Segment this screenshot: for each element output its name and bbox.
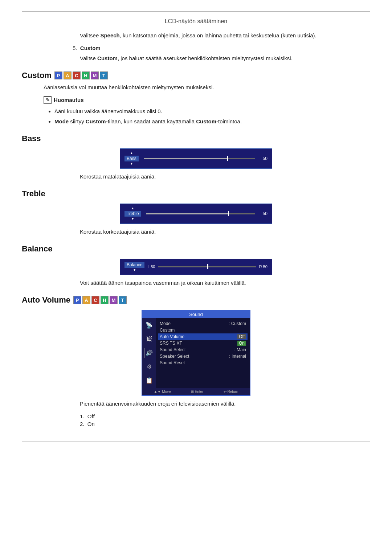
osd-footer-enter: ⊞ Enter xyxy=(191,390,204,394)
bullet-item-1: Ääni kuuluu vaikka äänenvoimakkuus olisi… xyxy=(54,107,370,116)
balance-heading-text: Balance xyxy=(22,244,52,254)
badge-H: H xyxy=(82,71,90,79)
osd-sound-select-value: : Main xyxy=(234,347,246,352)
osd-mode-value: : Custom xyxy=(229,321,246,326)
bass-up-arrow: ▲ xyxy=(130,152,133,155)
bass-section-heading: Bass xyxy=(22,134,370,143)
osd-mode-label: Mode xyxy=(160,321,171,326)
custom-bullet-list: Ääni kuuluu vaikka äänenvoimakkuus olisi… xyxy=(54,107,370,126)
custom-heading-text: Custom xyxy=(22,71,52,80)
osd-footer-return: ↩ Return xyxy=(224,390,238,394)
balance-label-col: Balance ▼ xyxy=(124,262,144,272)
osd-icons: 📡 🖼 🔊 ⚙ 📋 xyxy=(142,318,156,388)
osd-speaker-select-label: Speaker Select xyxy=(160,354,189,359)
osd-row-sound-reset: Sound Reset xyxy=(160,360,246,366)
speech-intro: Valitsee Speech, kun katsotaan ohjelmia,… xyxy=(80,31,370,40)
osd-row-srs: SRS TS XT On xyxy=(160,340,246,346)
av-badge-A: A xyxy=(82,296,90,304)
osd-srs-label: SRS TS XT xyxy=(160,341,182,346)
osd-sidebar: 📡 🖼 🔊 ⚙ 📋 Mode : Custom Custom xyxy=(142,318,250,388)
balance-inner: Balance ▼ L 50 R 50 xyxy=(124,262,268,272)
bass-label-col: ▲ Bass ▼ xyxy=(124,152,139,165)
osd-srs-value: On xyxy=(237,341,246,346)
badge-A: A xyxy=(64,71,72,79)
treble-up-arrows: ▲ xyxy=(131,207,134,210)
balance-thumb xyxy=(207,264,208,269)
treble-down-arrows: ▼ xyxy=(131,217,134,221)
item-5-label: Custom xyxy=(80,45,101,51)
badge-C: C xyxy=(73,71,81,79)
osd-footer-move: ▲▼ Move xyxy=(154,390,171,394)
balance-slider-box: Balance ▼ L 50 R 50 xyxy=(120,259,272,275)
treble-slider-inner: ▲ Treble ▼ 50 xyxy=(124,207,268,221)
bass-slider-box: ▲ Bass ▼ 50 xyxy=(120,148,272,169)
osd-row-mode: Mode : Custom xyxy=(160,320,246,327)
av-badge-P: P xyxy=(73,296,81,304)
note-label: Huomautus xyxy=(54,96,84,105)
treble-heading-text: Treble xyxy=(22,189,45,198)
custom-intro-text: Valitse Custom, jos haluat säätää asetuk… xyxy=(80,54,370,63)
av-badge-C: C xyxy=(91,296,99,304)
page-container: LCD-näytön säätäminen Valitsee Speech, k… xyxy=(0,0,392,464)
auto-volume-desc: Pienentää äänenvoimakkuuden eroja eri te… xyxy=(80,399,370,408)
av-option-1-num: 1. xyxy=(80,413,85,419)
note-box: ✎ Huomautus xyxy=(44,96,370,105)
auto-volume-heading-text: Auto Volume xyxy=(22,295,70,305)
badge-M: M xyxy=(91,71,99,79)
av-badge-H: H xyxy=(101,296,109,304)
av-option-2-num: 2. xyxy=(80,421,85,427)
treble-slider-box: ▲ Treble ▼ 50 xyxy=(120,204,272,224)
treble-slider-widget: ▲ Treble ▼ 50 xyxy=(22,204,370,224)
av-option-1-label: Off xyxy=(87,413,95,419)
treble-section-heading: Treble xyxy=(22,189,370,198)
balance-right-label: R 50 xyxy=(259,264,268,269)
custom-desc: Ääniasetuksia voi muuttaa henkilökohtais… xyxy=(44,83,370,92)
bass-slider-thumb xyxy=(227,156,228,161)
balance-track[interactable] xyxy=(158,266,256,267)
osd-row-speaker-select: Speaker Select : Internal xyxy=(160,353,246,360)
custom-section-heading: Custom P A C H M T xyxy=(22,71,370,80)
top-border xyxy=(22,11,370,12)
auto-volume-badges: P A C H M T xyxy=(73,296,127,304)
numbered-item-5: 5. Custom xyxy=(73,45,370,51)
osd-icon-sound: 🔊 xyxy=(144,348,154,358)
osd-auto-volume-label: Auto Volume xyxy=(160,334,184,339)
osd-speaker-select-value: : Internal xyxy=(229,354,246,359)
av-badge-M: M xyxy=(110,296,118,304)
item-5-number: 5. xyxy=(73,45,77,51)
auto-volume-section-heading: Auto Volume P A C H M T xyxy=(22,295,370,305)
osd-icon-picture: 🖼 xyxy=(144,334,154,344)
osd-row-auto-volume: Auto Volume Off xyxy=(158,333,248,340)
custom-section-body: Ääniasetuksia voi muuttaa henkilökohtais… xyxy=(44,83,370,126)
balance-left-label: L 50 xyxy=(147,264,155,269)
bullet-item-2: Mode siirtyy Custom-tilaan, kun säädät ä… xyxy=(54,117,370,126)
bass-down-arrow: ▼ xyxy=(130,162,133,165)
badge-P: P xyxy=(54,71,62,79)
bass-heading-text: Bass xyxy=(22,134,41,143)
bass-slider-inner: ▲ Bass ▼ 50 xyxy=(124,152,268,165)
bass-slider-track[interactable] xyxy=(144,158,255,159)
treble-up-arrow: ▲ xyxy=(131,207,134,210)
osd-title-bar: Sound xyxy=(142,311,250,318)
page-title: LCD-näytön säätäminen xyxy=(22,18,370,25)
bass-down-arrows: ▼ xyxy=(130,162,133,165)
bass-slider-widget: ▲ Bass ▼ 50 xyxy=(22,148,370,169)
treble-slider-track[interactable] xyxy=(146,213,255,214)
bass-arrows: ▲ xyxy=(130,152,133,155)
osd-auto-volume-value-off: Off xyxy=(237,334,246,339)
bass-track-filled xyxy=(144,158,227,159)
note-icon: ✎ xyxy=(44,96,52,104)
balance-section-heading: Balance xyxy=(22,244,370,254)
bass-slider-name: Bass xyxy=(124,156,139,161)
balance-down-arrow: ▼ xyxy=(133,268,136,272)
av-badge-T: T xyxy=(119,296,127,304)
balance-down-arrows: ▼ xyxy=(133,268,136,272)
osd-row-sound-select: Sound Select : Main xyxy=(160,346,246,353)
treble-label-col: ▲ Treble ▼ xyxy=(124,207,141,221)
osd-sound-select-label: Sound Select xyxy=(160,347,185,352)
osd-sound-reset-label: Sound Reset xyxy=(160,360,185,365)
bottom-border xyxy=(22,442,370,442)
osd-icon-input: 📋 xyxy=(144,376,154,386)
custom-badges: P A C H M T xyxy=(54,71,108,79)
av-option-1: 1. Off xyxy=(80,413,370,419)
